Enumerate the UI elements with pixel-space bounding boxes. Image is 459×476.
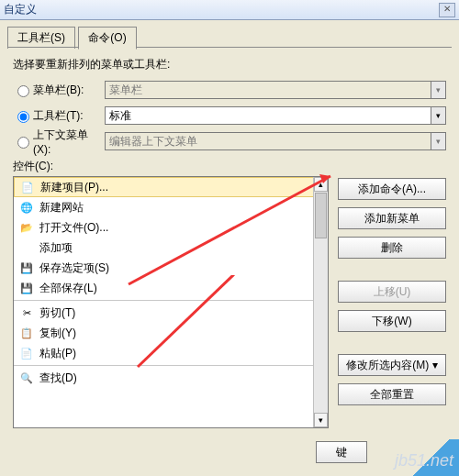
watermark-text: jb51.net	[395, 451, 453, 470]
radio-toolbar[interactable]: 工具栏(T):	[13, 108, 105, 124]
window-title: 自定义	[4, 2, 37, 17]
add-command-button[interactable]: 添加命令(A)...	[338, 178, 446, 200]
item-label: 全部保存(L)	[39, 281, 97, 296]
list-item[interactable]: 💾全部保存(L)	[14, 278, 328, 298]
list-item[interactable]: 📄粘贴(P)	[14, 343, 328, 363]
item-icon: 🌐	[19, 200, 34, 215]
item-icon: 💾	[19, 260, 34, 275]
item-label: 添加项	[39, 240, 73, 256]
add-menu-button[interactable]: 添加新菜单	[338, 207, 446, 229]
item-label: 保存选定项(S)	[39, 260, 109, 276]
item-icon: 📄	[20, 180, 35, 194]
scroll-down-icon[interactable]: ▾	[314, 413, 328, 427]
item-label: 粘贴(P)	[39, 346, 76, 361]
close-icon[interactable]: ✕	[439, 3, 455, 17]
chevron-down-icon[interactable]: ▾	[431, 107, 445, 124]
item-icon	[19, 240, 34, 255]
item-label: 查找(D)	[39, 371, 77, 386]
item-label: 新建网站	[39, 200, 84, 216]
item-label: 复制(Y)	[39, 326, 76, 341]
list-item[interactable]: 📄新建项目(P)...	[14, 177, 328, 197]
chevron-down-icon: ▾	[431, 133, 445, 149]
list-item[interactable]: 💾保存选定项(S)	[14, 258, 328, 278]
reset-all-button[interactable]: 全部重置	[338, 383, 446, 405]
title-bar: 自定义 ✕	[0, 0, 459, 20]
move-up-button[interactable]: 上移(U)	[338, 281, 446, 303]
move-down-button[interactable]: 下移(W)	[338, 310, 446, 332]
scroll-thumb[interactable]	[315, 193, 327, 238]
chevron-down-icon: ▾	[431, 82, 445, 98]
item-icon: 💾	[19, 281, 34, 295]
tab-commands[interactable]: 命令(O)	[78, 27, 136, 50]
list-item[interactable]: ✂剪切(T)	[14, 303, 328, 323]
item-icon: 🔍	[19, 371, 34, 385]
controls-listbox[interactable]: 📄新建项目(P)...🌐新建网站📂打开文件(O)...添加项💾保存选定项(S)💾…	[13, 176, 329, 428]
list-item[interactable]: 📋复制(Y)	[14, 323, 328, 343]
item-icon: 📋	[19, 326, 34, 340]
tab-strip: 工具栏(S) 命令(O)	[7, 26, 452, 48]
item-label: 新建项目(P)...	[40, 180, 108, 195]
controls-label: 控件(C):	[13, 159, 446, 174]
item-label: 剪切(T)	[39, 305, 75, 321]
item-label: 打开文件(O)...	[39, 220, 108, 236]
list-item[interactable]: 🌐新建网站	[14, 197, 328, 217]
list-item[interactable]: 🔍查找(D)	[14, 368, 328, 388]
item-icon: 📂	[19, 220, 34, 235]
scroll-up-icon[interactable]: ▴	[314, 177, 328, 192]
combo-menubar: 菜单栏▾	[105, 81, 446, 99]
scrollbar[interactable]: ▴ ▾	[313, 177, 328, 427]
tab-toolbar[interactable]: 工具栏(S)	[7, 27, 75, 49]
delete-button[interactable]: 删除	[338, 237, 446, 259]
list-item[interactable]: 📂打开文件(O)...	[14, 217, 328, 238]
radio-menubar[interactable]: 菜单栏(B):	[13, 83, 105, 98]
combo-context: 编辑器上下文菜单▾	[105, 132, 446, 150]
item-icon: 📄	[19, 346, 34, 360]
list-item[interactable]: 添加项	[14, 238, 328, 258]
combo-toolbar[interactable]: 标准▾	[105, 106, 446, 125]
hint-text: 选择要重新排列的菜单或工具栏:	[13, 57, 446, 72]
modify-selection-button[interactable]: 修改所选内容(M) ▾	[338, 354, 446, 376]
bottom-button[interactable]: 键	[316, 441, 367, 463]
item-icon: ✂	[19, 305, 34, 320]
radio-context[interactable]: 上下文菜单(X):	[13, 127, 105, 156]
